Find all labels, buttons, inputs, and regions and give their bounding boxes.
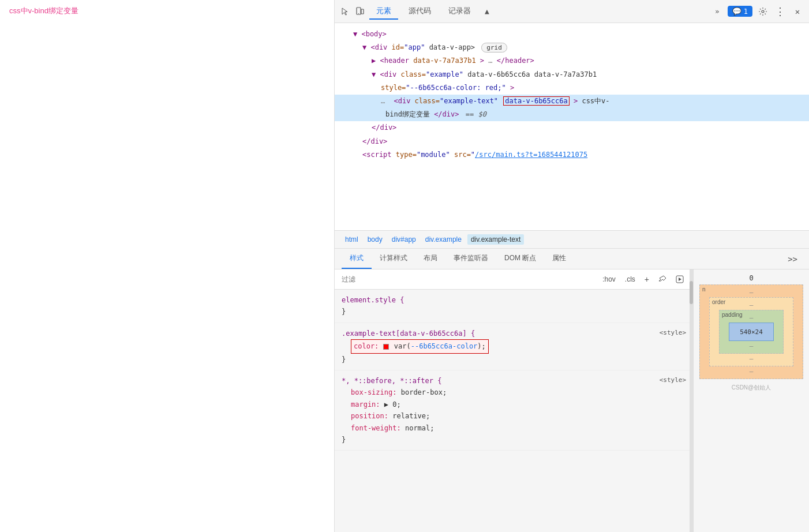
css-source-2: <style>: [660, 375, 686, 386]
tree-line-close-div2[interactable]: </div>: [335, 135, 809, 148]
tree-line-style-attr[interactable]: style="--6b65cc6a-color: red;" >: [335, 81, 809, 95]
tree-line-div-app[interactable]: ▼ <div id="app" data-v-app> grid: [335, 41, 809, 54]
css-close-brace-3: }: [342, 434, 686, 445]
css-prop-box-sizing: box-sizing: border-box;: [351, 387, 686, 398]
tab-sources[interactable]: 源代码: [402, 3, 438, 20]
sub-tab-layout[interactable]: 布局: [415, 249, 445, 269]
settings-button[interactable]: [756, 5, 770, 18]
sub-tab-dom-breakpoints[interactable]: DOM 断点: [496, 249, 544, 269]
filter-input[interactable]: [342, 275, 595, 283]
device-icon[interactable]: [354, 6, 366, 17]
chat-badge[interactable]: 💬 1: [728, 6, 752, 17]
breadcrumb-body[interactable]: body: [364, 234, 386, 245]
breadcrumb-html[interactable]: html: [342, 234, 362, 245]
cursor-icon[interactable]: [339, 6, 351, 17]
html-tree: ▼ <body> ▼ <div id="app" data-v-app> gri…: [335, 23, 809, 231]
margin-top-row: –: [709, 289, 793, 296]
watermark: CSDN@创始人: [699, 384, 803, 392]
box-border: order – padding –: [709, 297, 793, 366]
css-rule-element-style: element.style { }: [335, 290, 693, 323]
preview-panel: css中v-bind绑定变量: [0, 0, 335, 532]
scrollbar-track[interactable]: [690, 269, 693, 532]
sub-tab-properties[interactable]: 属性: [544, 249, 574, 269]
tree-line-body[interactable]: ▼ <body>: [335, 28, 809, 41]
css-rule-example-text: .example-text[data-v-6b65cc6a] { <style>…: [335, 323, 693, 370]
css-selector-element-style: element.style {: [342, 294, 686, 306]
css-prop-color-highlighted: color: var(--6b65cc6a-color);: [351, 339, 489, 353]
sub-tab-events[interactable]: 事件监听器: [445, 249, 496, 269]
tree-line-div-example[interactable]: ▼ <div class="example" data-v-6b65cc6a d…: [335, 68, 809, 81]
box-model-panel: 0 n – order –: [694, 269, 809, 532]
styles-left: :hov .cls +: [335, 269, 694, 532]
tree-line-close-div1[interactable]: </div>: [335, 121, 809, 134]
sub-tab-styles[interactable]: 样式: [342, 249, 372, 269]
play-icon[interactable]: [673, 273, 686, 286]
border-top-row: –: [719, 301, 784, 309]
breadcrumb-divexampletext[interactable]: div.example-text: [467, 234, 524, 245]
scrollbar-thumb[interactable]: [690, 281, 693, 304]
devtools-panel: 元素 源代码 记录器 ▲ » 💬 1 ⋮ ✕: [335, 0, 809, 532]
tree-line-header[interactable]: ▶ <header data-v-7a7a37b1 > … </header>: [335, 54, 809, 68]
css-prop-font-weight: font-weight: normal;: [351, 422, 686, 434]
border-bottom-row: –: [719, 355, 784, 362]
box-model-zero: 0: [699, 274, 803, 282]
plus-button[interactable]: +: [642, 274, 651, 285]
chat-count: 1: [744, 8, 748, 16]
color-swatch-red: [383, 344, 389, 350]
box-content-size: 540×24: [740, 328, 763, 336]
breadcrumb-divapp[interactable]: div#app: [388, 234, 420, 245]
cls-button[interactable]: .cls: [623, 274, 638, 284]
svg-point-3: [762, 10, 764, 13]
css-prop-color-row: color: var(--6b65cc6a-color);: [351, 339, 686, 353]
more-menu-button[interactable]: ⋮: [773, 5, 787, 18]
pin-icon[interactable]: [656, 273, 669, 286]
margin-label: n: [702, 286, 706, 293]
highlighted-attr: data-v-6b65cc6a: [503, 96, 569, 106]
recorder-icon[interactable]: ▲: [481, 6, 493, 17]
tag-body: ▼ <body>: [353, 30, 387, 38]
styles-panel: :hov .cls +: [335, 269, 809, 532]
breadcrumb-bar: html body div#app div.example div.exampl…: [335, 231, 809, 249]
sub-tab-more[interactable]: >>: [783, 250, 802, 268]
css-selector-example-text-row: .example-text[data-v-6b65cc6a] { <style>: [342, 328, 686, 339]
preview-title: css中v-bind绑定变量: [9, 6, 78, 15]
breadcrumb-divexample[interactable]: div.example: [422, 234, 465, 245]
hov-button[interactable]: :hov: [600, 274, 618, 284]
script-src-link[interactable]: /src/main.ts?t=168544121075: [475, 151, 587, 159]
more-tabs-button[interactable]: »: [710, 5, 724, 18]
tab-elements[interactable]: 元素: [369, 3, 398, 20]
css-close-brace: }: [342, 306, 686, 317]
close-button[interactable]: ✕: [791, 5, 804, 18]
svg-rect-1: [361, 9, 364, 14]
grid-badge: grid: [481, 43, 507, 53]
box-margin: n – order – padding: [699, 284, 803, 379]
border-label: order: [712, 299, 725, 305]
chat-icon: 💬: [732, 7, 741, 16]
css-prop-margin: margin: ▶ 0;: [351, 399, 686, 410]
tree-line-selected[interactable]: … <div class="example-text" data-v-6b65c…: [335, 95, 809, 108]
css-prop-position: position: relative;: [351, 410, 686, 422]
tree-line-script[interactable]: <script type="module" src="/src/main.ts?…: [335, 148, 809, 162]
tree-line-selected-cont[interactable]: bind绑定变量 </div> == $0: [335, 108, 809, 121]
filter-bar: :hov .cls +: [335, 269, 693, 290]
tab-recorder[interactable]: 记录器: [441, 3, 478, 20]
padding-label: padding: [722, 312, 743, 318]
box-content: 540×24: [729, 323, 774, 341]
svg-marker-5: [679, 278, 681, 281]
css-source-1: <style>: [660, 328, 686, 339]
main-layout: css中v-bind绑定变量 元素 源代码 记录器: [0, 0, 809, 532]
devtools-toolbar: 元素 源代码 记录器 ▲ » 💬 1 ⋮ ✕: [335, 0, 809, 23]
sub-tab-computed[interactable]: 计算样式: [372, 249, 415, 269]
css-selector-universal-row: *, *::before, *::after { <style>: [342, 375, 686, 387]
css-close-brace-2: }: [342, 354, 686, 365]
margin-bottom-row: –: [709, 368, 793, 375]
sub-tabs: 样式 计算样式 布局 事件监听器 DOM 断点 属性 >>: [335, 249, 809, 269]
padding-bottom-row: –: [729, 342, 774, 350]
css-rule-universal: *, *::before, *::after { <style> box-siz…: [335, 370, 693, 451]
box-model-container: 0 n – order –: [699, 274, 803, 392]
css-props-universal: box-sizing: border-box; margin: ▶ 0; pos…: [351, 387, 686, 434]
box-padding: padding – 540×24 –: [719, 310, 784, 354]
